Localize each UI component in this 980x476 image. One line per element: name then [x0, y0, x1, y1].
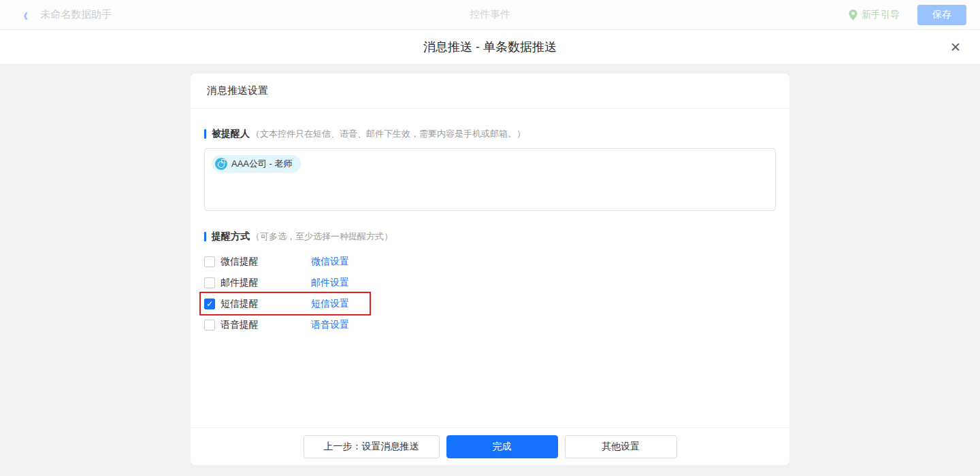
- section-accent-bar: [204, 232, 206, 241]
- section-accent-bar: [204, 129, 206, 139]
- reminder-row-voice: 语音提醒 语音设置: [204, 314, 776, 335]
- reminder-row-email: 邮件提醒 邮件设置: [204, 272, 776, 293]
- card-footer: 上一步：设置消息推送 完成 其他设置: [191, 427, 789, 465]
- wechat-checkbox-label[interactable]: 微信提醒: [220, 256, 311, 268]
- reminder-section-label: 提醒方式 （可多选，至少选择一种提醒方式）: [204, 230, 776, 243]
- email-checkbox-label[interactable]: 邮件提醒: [220, 277, 311, 289]
- recipient-tag-label: AAA公司 - 老师: [231, 158, 293, 170]
- beginner-guide-label: 新手引导: [862, 9, 900, 21]
- recipients-section-label: 被提醒人 （文本控件只在短信、语音、邮件下生效，需要内容是手机或邮箱。）: [204, 127, 776, 141]
- reminder-row-wechat: 微信提醒 微信设置: [204, 251, 776, 272]
- app-title: 未命名数据助手: [40, 8, 112, 21]
- beginner-guide-button[interactable]: 新手引导: [849, 9, 900, 21]
- push-settings-card: 消息推送设置 被提醒人 （文本控件只在短信、语音、邮件下生效，需要内容是手机或邮…: [191, 73, 789, 465]
- sms-checkbox[interactable]: [204, 299, 215, 309]
- sms-settings-link[interactable]: 短信设置: [311, 298, 349, 310]
- modal-header: 消息推送 - 单条数据推送 ✕: [0, 30, 980, 65]
- email-settings-link[interactable]: 邮件设置: [311, 277, 349, 289]
- voice-settings-link[interactable]: 语音设置: [311, 319, 349, 331]
- wechat-settings-link[interactable]: 微信设置: [311, 256, 349, 268]
- modal-title: 消息推送 - 单条数据推送: [423, 39, 557, 55]
- modal-body: 消息推送设置 被提醒人 （文本控件只在短信、语音、邮件下生效，需要内容是手机或邮…: [0, 65, 980, 476]
- voice-checkbox-label[interactable]: 语音提醒: [220, 319, 311, 331]
- sms-checkbox-label[interactable]: 短信提醒: [220, 298, 311, 310]
- topbar-center-title: 控件事件: [0, 8, 980, 21]
- card-title: 消息推送设置: [191, 73, 789, 109]
- done-button[interactable]: 完成: [446, 435, 558, 458]
- recipient-tag[interactable]: AAA公司 - 老师: [212, 155, 301, 173]
- other-settings-button[interactable]: 其他设置: [565, 435, 677, 458]
- reminder-label: 提醒方式: [212, 231, 250, 243]
- voice-checkbox[interactable]: [204, 320, 215, 330]
- save-button[interactable]: 保存: [917, 5, 966, 25]
- org-member-icon: [215, 158, 227, 170]
- reminder-hint: （可多选，至少选择一种提醒方式）: [251, 231, 393, 243]
- reminder-row-sms: 短信提醒 短信设置: [204, 293, 776, 314]
- reminder-options-list: 微信提醒 微信设置 邮件提醒 邮件设置 短信提醒 短信设置: [204, 251, 776, 335]
- close-icon[interactable]: ✕: [947, 38, 964, 56]
- recipients-hint: （文本控件只在短信、语音、邮件下生效，需要内容是手机或邮箱。）: [251, 128, 525, 140]
- recipients-input-box[interactable]: AAA公司 - 老师: [204, 148, 776, 211]
- top-app-bar: ‹ 未命名数据助手 控件事件 新手引导 保存: [0, 0, 980, 30]
- recipients-label: 被提醒人: [212, 128, 250, 140]
- email-checkbox[interactable]: [204, 277, 215, 288]
- location-pin-icon: [849, 10, 858, 20]
- wechat-checkbox[interactable]: [204, 256, 215, 267]
- back-icon[interactable]: ‹: [23, 5, 28, 24]
- previous-step-button[interactable]: 上一步：设置消息推送: [304, 435, 440, 458]
